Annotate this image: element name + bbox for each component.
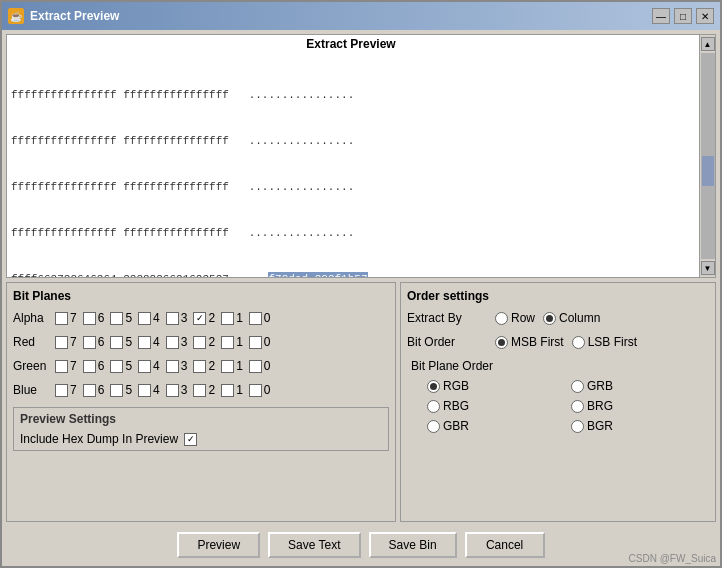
list-item: ffffffffffffffff ffffffffffffffff ......…	[11, 180, 695, 195]
red-0-checkbox[interactable]	[249, 336, 262, 349]
green-3-checkbox[interactable]	[166, 360, 179, 373]
save-bin-button[interactable]: Save Bin	[369, 532, 457, 558]
scroll-track[interactable]	[701, 53, 715, 259]
red-label: Red	[13, 335, 51, 349]
extract-by-row-radio[interactable]: Row	[495, 311, 535, 325]
list-item: ffffffffffffffff ffffffffffffffff ......…	[11, 226, 695, 241]
green-label: Green	[13, 359, 51, 373]
title-bar-left: ☕ Extract Preview	[8, 8, 119, 24]
scroll-up-button[interactable]: ▲	[701, 37, 715, 51]
blue-row: Blue 7 6 5 4 3 2 1 0	[13, 383, 389, 397]
preview-button[interactable]: Preview	[177, 532, 260, 558]
close-button[interactable]: ✕	[696, 8, 714, 24]
rgb-radio-item[interactable]: RGB	[427, 379, 565, 393]
bit-item: 0	[249, 335, 271, 349]
msb-radio-button[interactable]	[495, 336, 508, 349]
grb-radio-item[interactable]: GRB	[571, 379, 709, 393]
hex-dump-checkbox[interactable]	[184, 433, 197, 446]
blue-2-checkbox[interactable]	[193, 384, 206, 397]
bit-item: 4	[138, 383, 160, 397]
bit-item: 7	[55, 359, 77, 373]
bit-item: 0	[249, 383, 271, 397]
red-row: Red 7 6 5 4 3 2 1 0	[13, 335, 389, 349]
bit-item: 5	[110, 359, 132, 373]
msb-radio-label: MSB First	[511, 335, 564, 349]
blue-1-checkbox[interactable]	[221, 384, 234, 397]
red-2-checkbox[interactable]	[193, 336, 206, 349]
bit-item: 4	[138, 359, 160, 373]
alpha-0-checkbox[interactable]	[249, 312, 262, 325]
alpha-label: Alpha	[13, 311, 51, 325]
lsb-first-radio[interactable]: LSB First	[572, 335, 637, 349]
blue-7-checkbox[interactable]	[55, 384, 68, 397]
bit-item: 2	[193, 335, 215, 349]
bgr-radio-item[interactable]: BGR	[571, 419, 709, 433]
green-1-checkbox[interactable]	[221, 360, 234, 373]
red-7-checkbox[interactable]	[55, 336, 68, 349]
red-6-checkbox[interactable]	[83, 336, 96, 349]
blue-5-checkbox[interactable]	[110, 384, 123, 397]
bit-item: 0	[249, 359, 271, 373]
column-radio-button[interactable]	[543, 312, 556, 325]
scroll-down-button[interactable]: ▼	[701, 261, 715, 275]
bit-item: 7	[55, 335, 77, 349]
minimize-button[interactable]: —	[652, 8, 670, 24]
green-6-checkbox[interactable]	[83, 360, 96, 373]
gbr-radio-button[interactable]	[427, 420, 440, 433]
green-4-checkbox[interactable]	[138, 360, 151, 373]
alpha-4-checkbox[interactable]	[138, 312, 151, 325]
gbr-radio-item[interactable]: GBR	[427, 419, 565, 433]
alpha-3-checkbox[interactable]	[166, 312, 179, 325]
alpha-1-checkbox[interactable]	[221, 312, 234, 325]
bit-item: 1	[221, 335, 243, 349]
bit-plane-order-section: Bit Plane Order RGB GRB RBG	[407, 359, 709, 433]
msb-first-radio[interactable]: MSB First	[495, 335, 564, 349]
blue-0-checkbox[interactable]	[249, 384, 262, 397]
extract-by-column-radio[interactable]: Column	[543, 311, 600, 325]
title-bar: ☕ Extract Preview — □ ✕	[2, 2, 720, 30]
bit-item: 2	[193, 311, 215, 325]
bgr-radio-button[interactable]	[571, 420, 584, 433]
green-2-checkbox[interactable]	[193, 360, 206, 373]
grb-label: GRB	[587, 379, 613, 393]
bit-item: 2	[193, 383, 215, 397]
bit-item: 7	[55, 383, 77, 397]
grb-radio-button[interactable]	[571, 380, 584, 393]
red-3-checkbox[interactable]	[166, 336, 179, 349]
gbr-label: GBR	[443, 419, 469, 433]
red-4-checkbox[interactable]	[138, 336, 151, 349]
alpha-2-checkbox[interactable]	[193, 312, 206, 325]
red-5-checkbox[interactable]	[110, 336, 123, 349]
blue-6-checkbox[interactable]	[83, 384, 96, 397]
preview-text[interactable]: ffffffffffffffff ffffffffffffffff ......…	[7, 55, 699, 277]
row-radio-button[interactable]	[495, 312, 508, 325]
brg-radio-item[interactable]: BRG	[571, 399, 709, 413]
rgb-radio-button[interactable]	[427, 380, 440, 393]
green-7-checkbox[interactable]	[55, 360, 68, 373]
green-5-checkbox[interactable]	[110, 360, 123, 373]
app-icon: ☕	[8, 8, 24, 24]
alpha-6-checkbox[interactable]	[83, 312, 96, 325]
brg-radio-button[interactable]	[571, 400, 584, 413]
maximize-button[interactable]: □	[674, 8, 692, 24]
bit-order-label: Bit Order	[407, 335, 487, 349]
green-0-checkbox[interactable]	[249, 360, 262, 373]
bit-order-row: Bit Order MSB First LSB First	[407, 335, 709, 349]
brg-label: BRG	[587, 399, 613, 413]
watermark-text: CSDN @FW_Suica	[629, 553, 716, 564]
save-text-button[interactable]: Save Text	[268, 532, 360, 558]
extract-by-row: Extract By Row Column	[407, 311, 709, 325]
red-1-checkbox[interactable]	[221, 336, 234, 349]
blue-4-checkbox[interactable]	[138, 384, 151, 397]
alpha-7-checkbox[interactable]	[55, 312, 68, 325]
rbg-radio-item[interactable]: RBG	[427, 399, 565, 413]
alpha-5-checkbox[interactable]	[110, 312, 123, 325]
rbg-radio-button[interactable]	[427, 400, 440, 413]
lsb-radio-button[interactable]	[572, 336, 585, 349]
scroll-thumb[interactable]	[702, 156, 714, 186]
window-content: Extract Preview ffffffffffffffff fffffff…	[2, 30, 720, 566]
cancel-button[interactable]: Cancel	[465, 532, 545, 558]
blue-3-checkbox[interactable]	[166, 384, 179, 397]
hex-dump-label: Include Hex Dump In Preview	[20, 432, 178, 446]
bit-item: 6	[83, 335, 105, 349]
